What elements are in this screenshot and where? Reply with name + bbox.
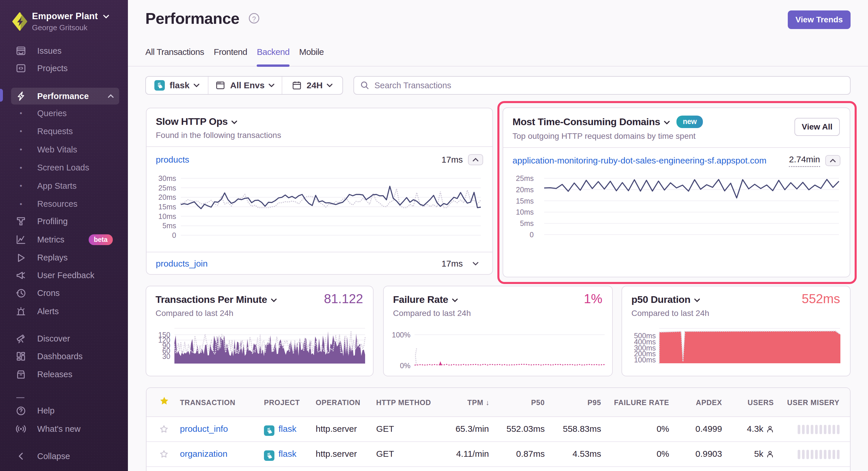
svg-text:0: 0	[530, 231, 534, 239]
svg-text:10ms: 10ms	[516, 208, 534, 216]
svg-text:5ms: 5ms	[162, 222, 176, 230]
svg-text:5ms: 5ms	[520, 219, 534, 227]
svg-text:25ms: 25ms	[158, 184, 176, 192]
svg-text:15ms: 15ms	[516, 197, 534, 205]
svg-text:20ms: 20ms	[158, 193, 176, 201]
svg-text:10ms: 10ms	[158, 212, 176, 221]
svg-text:15ms: 15ms	[158, 203, 176, 211]
svg-text:20ms: 20ms	[516, 186, 534, 194]
svg-text:0%: 0%	[400, 362, 410, 370]
svg-text:25ms: 25ms	[516, 174, 534, 182]
svg-text:30ms: 30ms	[158, 174, 176, 182]
svg-text:0: 0	[172, 231, 176, 239]
svg-text:30: 30	[162, 352, 170, 360]
svg-text:100ms: 100ms	[634, 356, 656, 364]
svg-text:100%: 100%	[392, 331, 410, 339]
